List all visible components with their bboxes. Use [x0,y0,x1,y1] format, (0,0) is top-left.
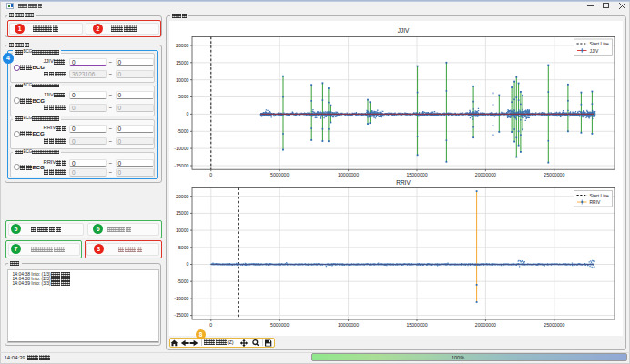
svg-text:20000: 20000 [176,43,189,48]
svg-text:-10000: -10000 [174,296,188,301]
svg-text:5000000: 5000000 [270,172,289,177]
svg-text:15000000: 15000000 [406,322,427,328]
svg-text:10000: 10000 [176,228,189,233]
svg-text:-5000: -5000 [177,278,188,284]
svg-text:0: 0 [187,111,189,116]
svg-text:RRIV: RRIV [396,179,411,186]
svg-text:0: 0 [209,322,212,328]
svg-text:0: 0 [209,172,212,177]
svg-text:10000000: 10000000 [338,172,359,177]
svg-text:15000: 15000 [176,60,189,66]
svg-text:-5000: -5000 [177,128,188,134]
svg-text:-15000: -15000 [174,312,188,318]
svg-text:10000000: 10000000 [338,322,359,328]
svg-text:20000000: 20000000 [475,322,496,328]
svg-text:20000: 20000 [176,194,189,199]
svg-text:20000000: 20000000 [475,172,496,177]
svg-text:25000000: 25000000 [544,172,564,177]
svg-text:15000000: 15000000 [406,172,427,177]
svg-text:-15000: -15000 [174,163,188,168]
svg-text:25000000: 25000000 [544,322,564,328]
svg-text:0: 0 [187,261,189,267]
svg-text:5000000: 5000000 [270,322,289,328]
svg-text:JJIV: JJIV [590,48,599,54]
svg-text:15000: 15000 [176,210,189,216]
svg-text:Start Line: Start Line [590,41,610,46]
svg-text:JJIV: JJIV [398,27,410,34]
svg-text:RRIV: RRIV [590,199,602,205]
svg-text:Start Line: Start Line [590,193,610,198]
svg-text:5000: 5000 [178,94,189,99]
svg-text:-10000: -10000 [174,146,188,151]
svg-text:5000: 5000 [178,245,189,250]
svg-text:10000: 10000 [176,77,189,83]
